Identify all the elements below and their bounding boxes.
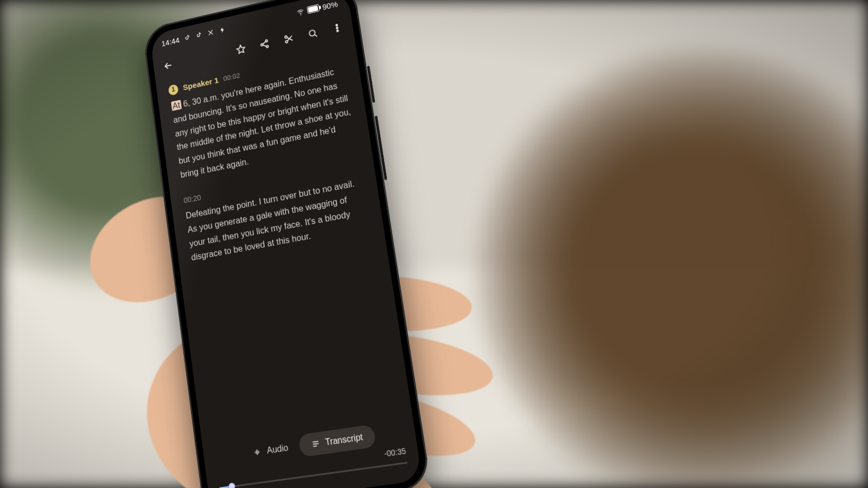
share-button[interactable] [252,30,277,57]
scissors-icon [282,32,295,46]
scrubber-progress [219,486,232,488]
svg-point-9 [337,30,339,32]
playhead-word-highlight: At [171,100,182,111]
transcript-segment: 00:20 Defeating the point. I turn over b… [183,160,371,265]
transcript-icon [310,438,321,450]
status-time: 14:44 [161,35,180,48]
segment-timestamp: 00:02 [222,69,240,84]
crop-button[interactable] [276,25,302,53]
more-button[interactable] [324,14,350,42]
back-button[interactable] [156,52,180,79]
bottom-controls: Audio Transcript -00:35 [203,419,421,488]
svg-point-6 [309,30,316,37]
svg-point-0 [301,14,302,15]
svg-point-8 [336,27,338,29]
tab-audio[interactable]: Audio [240,435,301,465]
star-button[interactable] [228,36,253,63]
playback-scrubber[interactable]: -00:35 [218,455,409,488]
view-toggle: Audio Transcript [214,420,405,469]
waveform-icon [252,446,263,458]
scrubber-track [219,462,408,488]
battery-icon [307,4,320,14]
scrubber-knob[interactable] [228,483,235,488]
tab-audio-label: Audio [266,443,289,456]
phone-device: 14:44 [142,0,432,488]
search-button[interactable] [300,20,326,47]
tiktok-icon [195,30,203,40]
x-icon [206,28,214,37]
time-remaining: -00:35 [384,446,406,458]
svg-point-3 [266,45,269,48]
star-icon [235,43,247,56]
tiktok-icon [183,33,192,42]
wifi-icon [296,7,305,16]
bolt-icon [218,25,226,34]
tab-transcript[interactable]: Transcript [298,424,376,457]
status-battery-text: 90% [322,0,339,11]
speaker-badge: 1 [168,84,178,95]
phone-screen: 14:44 [150,0,423,488]
search-icon [307,27,320,40]
